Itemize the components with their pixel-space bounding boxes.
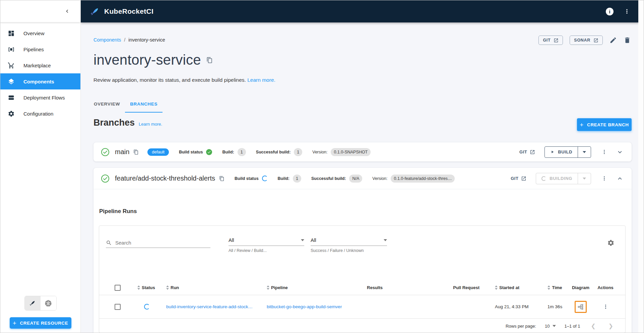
page-title-row: inventory-service — [93, 52, 213, 68]
tab-overview[interactable]: OVERVIEW — [89, 96, 125, 113]
branch-kebab-menu-icon[interactable] — [601, 175, 607, 182]
pipeline-link[interactable]: bitbucket-go-beego-app-build-semver — [267, 304, 342, 309]
build-options-button[interactable] — [578, 147, 591, 157]
column-header-status[interactable]: Status — [142, 285, 155, 290]
column-header-started-at[interactable]: Started at — [499, 285, 519, 290]
page-scrollbar[interactable] — [638, 0, 644, 333]
run-link[interactable]: build-inventory-service-feature-add-stoc… — [166, 304, 253, 309]
delete-icon[interactable] — [624, 37, 631, 44]
create-resource-button[interactable]: + CREATE RESOURCE — [10, 317, 71, 329]
table-row: build-inventory-service-feature-add-stoc… — [99, 295, 625, 319]
version-value: 0.1.0-feature/add-stock-thres… — [391, 175, 455, 183]
build-status-label: Build status — [179, 150, 203, 154]
column-header-actions: Actions — [597, 285, 614, 290]
building-spinner-icon — [541, 176, 546, 181]
search-input[interactable] — [115, 240, 210, 246]
git-button[interactable]: GIT — [538, 36, 563, 45]
branch-git-link[interactable]: GIT — [511, 176, 526, 181]
edit-icon[interactable] — [609, 37, 617, 44]
sidebar-item-components[interactable]: Components — [0, 73, 80, 89]
build-count-value: 1 — [293, 175, 301, 183]
branch-row-feature[interactable]: feature/add-stock-threshold-alerts Build… — [93, 168, 632, 189]
successful-build-label: Successful build: — [256, 150, 291, 154]
column-header-run[interactable]: Run — [171, 285, 179, 290]
table-settings-gear-icon[interactable] — [607, 239, 615, 247]
sidebar-item-label: Pipelines — [23, 47, 44, 52]
column-header-pull-request: Pull Request — [453, 285, 479, 290]
build-status-spinner-icon — [262, 176, 268, 181]
branch-row-main[interactable]: main default Build status Build: 1 Succe… — [93, 142, 632, 161]
breadcrumb-components-link[interactable]: Components — [93, 37, 121, 43]
rows-per-page-select[interactable]: 10 — [545, 324, 556, 329]
sort-run-icon[interactable] — [166, 285, 169, 290]
app-header: KubeRocketCI i — [81, 0, 639, 22]
external-link-icon — [593, 38, 598, 43]
kubernetes-view-toggle-button[interactable] — [41, 296, 56, 310]
row-checkbox[interactable] — [115, 304, 121, 310]
sort-status-icon[interactable] — [137, 285, 140, 290]
pipeline-type-filter[interactable]: All All / Review / Build... — [229, 235, 304, 253]
branch-git-link[interactable]: GIT — [519, 149, 535, 155]
plus-icon: + — [580, 122, 584, 128]
app-logo: KubeRocketCI — [89, 6, 153, 17]
build-count-label: Build: — [278, 176, 289, 181]
pipeline-type-filter-value: All — [229, 237, 234, 243]
build-button[interactable]: BUILD — [545, 147, 578, 157]
create-branch-button[interactable]: + CREATE BRANCH — [577, 118, 632, 131]
sidebar-item-marketplace[interactable]: Marketplace — [0, 57, 80, 73]
branch-card-main: main default Build status Build: 1 Succe… — [93, 142, 632, 161]
dropdown-caret-icon — [553, 325, 556, 327]
sidebar-item-label: Deployment Flows — [23, 95, 65, 101]
search-field — [106, 238, 210, 248]
next-page-chevron-icon[interactable]: ❯ — [606, 323, 615, 330]
build-options-button[interactable] — [578, 173, 591, 184]
building-button: BUILDING — [536, 173, 578, 184]
select-all-checkbox[interactable] — [115, 285, 121, 291]
main-content: Components / inventory-service GIT SONAR… — [81, 22, 639, 333]
version-label: Version: — [372, 176, 387, 181]
building-button-label: BUILDING — [550, 176, 572, 181]
copy-icon[interactable] — [219, 176, 224, 181]
krci-view-toggle-button[interactable] — [25, 296, 41, 310]
table-header-row: Status Run Pipeline Results Pull Request — [99, 280, 625, 295]
column-header-pipeline[interactable]: Pipeline — [271, 285, 288, 290]
sidebar-item-pipelines[interactable]: Pipelines — [0, 41, 80, 57]
sort-time-icon[interactable] — [548, 285, 550, 290]
previous-page-chevron-icon[interactable]: ❮ — [589, 323, 598, 330]
create-resource-label: CREATE RESOURCE — [20, 321, 68, 326]
row-kebab-menu-icon[interactable] — [602, 304, 609, 310]
branch-card-feature: feature/add-stock-threshold-alerts Build… — [93, 168, 632, 333]
build-count-value: 1 — [238, 148, 246, 156]
column-header-time[interactable]: Time — [552, 285, 562, 290]
collapse-sidebar-icon[interactable] — [64, 8, 70, 14]
header-kebab-menu-icon[interactable] — [624, 8, 630, 15]
successful-build-value: N/A — [349, 175, 362, 183]
play-icon — [550, 150, 555, 154]
diagram-tree-icon — [577, 304, 584, 310]
sidebar-item-deployment-flows[interactable]: Deployment Flows — [0, 89, 80, 106]
time-value: 1m 36s — [548, 304, 562, 309]
page-description: Review application, monitor its status, … — [93, 77, 275, 83]
sonar-button[interactable]: SONAR — [570, 36, 603, 45]
result-filter[interactable]: All Success / Failure / Unknown — [311, 235, 387, 253]
branch-kebab-menu-icon[interactable] — [601, 149, 607, 155]
chevron-up-icon[interactable] — [616, 175, 624, 182]
sidebar-item-configuration[interactable]: Configuration — [0, 106, 80, 122]
diagram-button-highlighted[interactable] — [575, 301, 587, 313]
branch-name: main — [115, 148, 129, 156]
branches-learn-more-link[interactable]: Learn more. — [139, 122, 162, 127]
breadcrumb-current: inventory-service — [128, 37, 165, 43]
version-value: 0.1.0-SNAPSHOT — [331, 148, 371, 156]
header-actions: i — [606, 8, 630, 15]
git-button-label: GIT — [543, 38, 551, 43]
copy-icon[interactable] — [206, 57, 213, 63]
sort-pipeline-icon[interactable] — [267, 285, 269, 290]
sidebar-item-overview[interactable]: Overview — [0, 25, 80, 41]
learn-more-link[interactable]: Learn more. — [247, 77, 275, 83]
rows-per-page-label: Rows per page: — [506, 324, 536, 329]
sort-started-at-icon[interactable] — [495, 285, 498, 290]
info-icon[interactable]: i — [606, 8, 614, 15]
chevron-down-icon[interactable] — [616, 148, 624, 156]
copy-icon[interactable] — [133, 149, 139, 155]
tab-branches[interactable]: BRANCHES — [125, 96, 163, 113]
